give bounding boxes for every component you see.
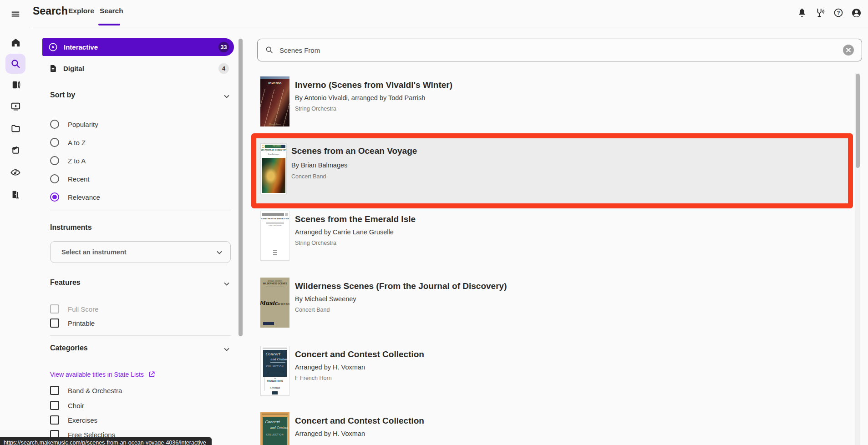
result-row-ocean-voyage[interactable]: FJH DEVELOPING BAND SCENES FROM AN OCEAN… — [256, 138, 848, 203]
result-ensemble: Concert Band — [291, 173, 326, 180]
result-cover-art: MICHAEL SWEENEY WILDERNESS SCENES MusicW… — [260, 278, 289, 328]
result-cover-art: Concert and Contest COLLECTION — [260, 412, 289, 445]
page-title: Search — [33, 5, 68, 17]
category-choir[interactable]: Choir — [50, 400, 205, 411]
digital-count-badge: 4 — [218, 63, 229, 74]
sort-option-a-to-z[interactable]: A to Z — [50, 137, 187, 148]
result-title: Wilderness Scenes (From the Journal of D… — [295, 281, 507, 291]
result-row-concert-contest-1[interactable]: Concert and Contest COLLECTION 1st FRENC… — [257, 342, 853, 402]
svg-text:?: ? — [837, 10, 840, 15]
compose-icon[interactable] — [10, 144, 21, 156]
chevron-down-icon — [216, 249, 223, 256]
notifications-bell-icon[interactable] — [796, 7, 808, 19]
result-row-inverno[interactable]: Inverno Wingert-Jones Inverno (Scenes fr… — [257, 73, 853, 133]
result-row-concert-contest-2[interactable]: Concert and Contest COLLECTION Concert a… — [257, 409, 853, 445]
sort-by-title: Sort by — [50, 91, 75, 99]
tuner-icon[interactable] — [814, 7, 826, 19]
status-url-tooltip: https://search.makemusic.com/p/scenes-fr… — [0, 437, 212, 445]
result-cover-art: Inverno Wingert-Jones — [260, 76, 289, 126]
result-row-emerald-isle[interactable]: SCENES FROM THE EMERALD ISLE Carrie Lane… — [257, 207, 853, 267]
instrument-select[interactable]: Select an instrument — [50, 241, 231, 263]
filter-digital-label: Digital — [63, 65, 84, 72]
library-icon[interactable] — [10, 79, 21, 91]
checkbox[interactable] — [50, 401, 59, 410]
radio-unselected[interactable] — [50, 138, 59, 147]
result-byline: By Michael Sweeney — [295, 295, 356, 303]
makemusic-search-app: Search Explore Search ? — [0, 0, 868, 445]
results-scrollbar-thumb[interactable] — [856, 74, 860, 168]
sort-option-z-to-a[interactable]: Z to A — [50, 155, 187, 167]
tab-search[interactable]: Search — [100, 7, 123, 15]
category-band-orchestra[interactable]: Band & Orchestra — [50, 385, 205, 396]
play-circle-icon — [48, 42, 58, 52]
search-input[interactable] — [279, 39, 827, 61]
result-ensemble: F French Horn — [295, 375, 332, 381]
features-title: Features — [50, 278, 81, 287]
feature-label: Printable — [68, 319, 95, 327]
filter-interactive-label: Interactive — [64, 43, 98, 51]
account-icon[interactable] — [850, 7, 862, 19]
result-byline: By Antonio Vivaldi, arranged by Todd Par… — [295, 94, 425, 101]
result-ensemble: String Orchestra — [295, 240, 336, 246]
sort-option-popularity[interactable]: Popularity — [50, 118, 187, 130]
external-link-icon — [148, 370, 156, 378]
divider — [50, 211, 231, 211]
result-byline: Arranged by H. Voxman — [295, 430, 365, 437]
result-cover-art: SCENES FROM THE EMERALD ISLE Carrie Lane… — [260, 211, 289, 261]
filter-interactive[interactable]: Interactive 33 — [42, 38, 234, 56]
result-title: Scenes from an Ocean Voyage — [291, 146, 417, 156]
radio-unselected[interactable] — [50, 120, 59, 129]
checkbox[interactable] — [50, 319, 59, 328]
checkbox[interactable] — [50, 415, 59, 425]
sort-option-relevance[interactable]: Relevance — [50, 191, 187, 203]
search-icon — [265, 46, 274, 54]
search-icon[interactable] — [10, 58, 21, 70]
result-row-wilderness-scenes[interactable]: MICHAEL SWEENEY WILDERNESS SCENES MusicW… — [257, 274, 853, 334]
categories-chevron-icon[interactable] — [223, 346, 230, 353]
feature-label: Full Score — [68, 305, 99, 313]
tab-explore[interactable]: Explore — [68, 7, 94, 15]
result-ensemble: Concert Band — [295, 307, 330, 313]
sort-option-label: Relevance — [68, 193, 100, 201]
instruments-title: Instruments — [50, 223, 92, 232]
result-cover-art: FJH DEVELOPING BAND SCENES FROM AN OCEAN… — [260, 143, 287, 194]
sort-by-chevron-icon[interactable] — [223, 93, 230, 100]
radio-selected[interactable] — [50, 192, 59, 202]
home-icon[interactable] — [10, 36, 21, 48]
sight-reading-icon[interactable] — [10, 166, 21, 178]
result-cover-art: Concert and Contest COLLECTION 1st FRENC… — [260, 346, 289, 396]
active-tab-underline — [98, 24, 120, 25]
interactive-count-badge: 33 — [218, 42, 229, 52]
state-lists-link-label: View available titles in State Lists — [50, 371, 144, 378]
result-byline: Arranged by Carrie Lane Gruselle — [295, 228, 394, 236]
feature-printable[interactable]: Printable — [50, 318, 205, 329]
help-icon[interactable]: ? — [832, 7, 844, 19]
sort-option-recent[interactable]: Recent — [50, 173, 187, 185]
category-exercises[interactable]: Exercises — [50, 415, 205, 425]
folder-icon[interactable] — [10, 122, 21, 134]
filter-panel-scrollbar[interactable] — [239, 39, 243, 336]
classroom-door-icon[interactable] — [10, 188, 21, 200]
category-label: Choir — [68, 402, 84, 410]
state-lists-link[interactable]: View available titles in State Lists — [50, 370, 156, 378]
result-ensemble: String Orchestra — [295, 106, 336, 112]
result-byline: By Brian Balmages — [291, 162, 347, 169]
instrument-select-placeholder: Select an instrument — [61, 248, 127, 256]
result-title: Concert and Contest Collection — [295, 416, 424, 426]
video-player-icon[interactable] — [10, 100, 21, 112]
category-label: Exercises — [68, 416, 97, 424]
filter-digital[interactable]: Digital 4 — [42, 60, 234, 77]
sort-option-label: Popularity — [68, 121, 98, 128]
feature-full-score: Full Score — [50, 303, 205, 314]
annotation-highlight-box: FJH DEVELOPING BAND SCENES FROM AN OCEAN… — [251, 133, 853, 208]
sort-option-label: A to Z — [68, 139, 86, 147]
result-byline: Arranged by H. Voxman — [295, 364, 365, 371]
radio-unselected[interactable] — [50, 156, 59, 165]
checkbox[interactable] — [50, 386, 59, 395]
menu-icon[interactable] — [9, 8, 22, 20]
categories-title: Categories — [50, 344, 88, 352]
clear-search-icon[interactable] — [843, 45, 854, 56]
features-chevron-icon[interactable] — [223, 280, 230, 288]
radio-unselected[interactable] — [50, 174, 59, 183]
result-title: Inverno (Scenes from Vivaldi's Winter) — [295, 80, 452, 90]
